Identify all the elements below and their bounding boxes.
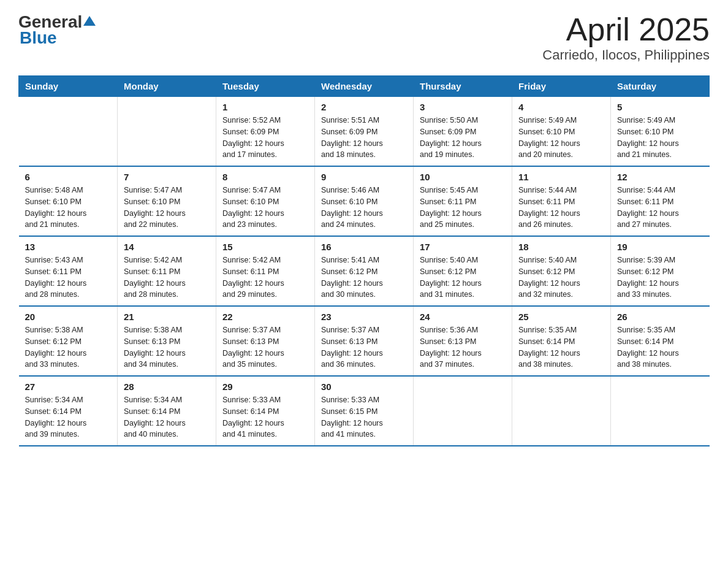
- calendar-week-row: 27Sunrise: 5:34 AM Sunset: 6:14 PM Dayli…: [19, 376, 710, 446]
- day-info: Sunrise: 5:37 AM Sunset: 6:13 PM Dayligh…: [222, 324, 308, 370]
- calendar-table: Sunday Monday Tuesday Wednesday Thursday…: [18, 75, 710, 446]
- day-info: Sunrise: 5:43 AM Sunset: 6:11 PM Dayligh…: [25, 255, 112, 301]
- day-number: 21: [124, 312, 210, 322]
- day-number: 8: [222, 172, 308, 182]
- day-info: Sunrise: 5:35 AM Sunset: 6:14 PM Dayligh…: [518, 324, 604, 370]
- calendar-cell: 13Sunrise: 5:43 AM Sunset: 6:11 PM Dayli…: [19, 236, 118, 306]
- day-info: Sunrise: 5:37 AM Sunset: 6:13 PM Dayligh…: [321, 324, 407, 370]
- day-info: Sunrise: 5:40 AM Sunset: 6:12 PM Dayligh…: [420, 255, 506, 301]
- day-number: 1: [222, 102, 308, 112]
- day-number: 10: [420, 172, 506, 182]
- day-number: 2: [321, 102, 407, 112]
- calendar-cell: 25Sunrise: 5:35 AM Sunset: 6:14 PM Dayli…: [512, 306, 611, 376]
- day-number: 25: [518, 312, 604, 322]
- calendar-cell: 24Sunrise: 5:36 AM Sunset: 6:13 PM Dayli…: [414, 306, 512, 376]
- calendar-week-row: 1Sunrise: 5:52 AM Sunset: 6:09 PM Daylig…: [19, 97, 710, 167]
- title-block: April 2025 Carriedo, Ilocos, Philippines: [542, 12, 710, 63]
- day-number: 6: [25, 172, 112, 182]
- day-info: Sunrise: 5:48 AM Sunset: 6:10 PM Dayligh…: [25, 185, 112, 231]
- day-number: 23: [321, 312, 407, 322]
- day-info: Sunrise: 5:34 AM Sunset: 6:14 PM Dayligh…: [25, 394, 112, 440]
- day-number: 4: [518, 102, 604, 112]
- calendar-cell: 4Sunrise: 5:49 AM Sunset: 6:10 PM Daylig…: [512, 97, 611, 167]
- day-info: Sunrise: 5:36 AM Sunset: 6:13 PM Dayligh…: [420, 324, 506, 370]
- calendar-cell: 26Sunrise: 5:35 AM Sunset: 6:14 PM Dayli…: [611, 306, 710, 376]
- day-number: 15: [222, 242, 308, 252]
- col-friday: Friday: [512, 76, 611, 97]
- day-number: 7: [124, 172, 210, 182]
- day-info: Sunrise: 5:39 AM Sunset: 6:12 PM Dayligh…: [617, 255, 703, 301]
- day-info: Sunrise: 5:47 AM Sunset: 6:10 PM Dayligh…: [222, 185, 308, 231]
- day-info: Sunrise: 5:38 AM Sunset: 6:12 PM Dayligh…: [25, 324, 112, 370]
- day-info: Sunrise: 5:52 AM Sunset: 6:09 PM Dayligh…: [222, 115, 308, 161]
- calendar-cell: 28Sunrise: 5:34 AM Sunset: 6:14 PM Dayli…: [118, 376, 216, 446]
- calendar-week-row: 6Sunrise: 5:48 AM Sunset: 6:10 PM Daylig…: [19, 166, 710, 236]
- col-monday: Monday: [118, 76, 216, 97]
- calendar-cell: 8Sunrise: 5:47 AM Sunset: 6:10 PM Daylig…: [216, 166, 315, 236]
- day-number: 17: [420, 242, 506, 252]
- day-number: 11: [518, 172, 604, 182]
- calendar-cell: 7Sunrise: 5:47 AM Sunset: 6:10 PM Daylig…: [118, 166, 216, 236]
- day-number: 16: [321, 242, 407, 252]
- day-info: Sunrise: 5:35 AM Sunset: 6:14 PM Dayligh…: [617, 324, 703, 370]
- day-number: 14: [124, 242, 210, 252]
- day-number: 20: [25, 312, 112, 322]
- calendar-cell: [512, 376, 611, 446]
- col-sunday: Sunday: [19, 76, 118, 97]
- day-info: Sunrise: 5:42 AM Sunset: 6:11 PM Dayligh…: [124, 255, 210, 301]
- calendar-cell: 5Sunrise: 5:49 AM Sunset: 6:10 PM Daylig…: [611, 97, 710, 167]
- calendar-cell: 9Sunrise: 5:46 AM Sunset: 6:10 PM Daylig…: [315, 166, 414, 236]
- calendar-cell: 15Sunrise: 5:42 AM Sunset: 6:11 PM Dayli…: [216, 236, 315, 306]
- day-number: 5: [617, 102, 703, 112]
- calendar-cell: 23Sunrise: 5:37 AM Sunset: 6:13 PM Dayli…: [315, 306, 414, 376]
- calendar-header: Sunday Monday Tuesday Wednesday Thursday…: [19, 76, 710, 97]
- calendar-cell: 17Sunrise: 5:40 AM Sunset: 6:12 PM Dayli…: [414, 236, 512, 306]
- calendar-cell: [19, 97, 118, 167]
- day-info: Sunrise: 5:51 AM Sunset: 6:09 PM Dayligh…: [321, 115, 407, 161]
- calendar-cell: [414, 376, 512, 446]
- col-saturday: Saturday: [611, 76, 710, 97]
- calendar-week-row: 20Sunrise: 5:38 AM Sunset: 6:12 PM Dayli…: [19, 306, 710, 376]
- calendar-cell: 6Sunrise: 5:48 AM Sunset: 6:10 PM Daylig…: [19, 166, 118, 236]
- day-info: Sunrise: 5:46 AM Sunset: 6:10 PM Dayligh…: [321, 185, 407, 231]
- calendar-subtitle: Carriedo, Ilocos, Philippines: [542, 47, 710, 63]
- calendar-cell: 3Sunrise: 5:50 AM Sunset: 6:09 PM Daylig…: [414, 97, 512, 167]
- day-info: Sunrise: 5:44 AM Sunset: 6:11 PM Dayligh…: [518, 185, 604, 231]
- day-number: 3: [420, 102, 506, 112]
- calendar-cell: 14Sunrise: 5:42 AM Sunset: 6:11 PM Dayli…: [118, 236, 216, 306]
- day-info: Sunrise: 5:33 AM Sunset: 6:14 PM Dayligh…: [222, 394, 308, 440]
- logo-text-blue: Blue: [20, 28, 57, 48]
- calendar-cell: 29Sunrise: 5:33 AM Sunset: 6:14 PM Dayli…: [216, 376, 315, 446]
- calendar-cell: [611, 376, 710, 446]
- day-info: Sunrise: 5:41 AM Sunset: 6:12 PM Dayligh…: [321, 255, 407, 301]
- day-number: 28: [124, 381, 210, 392]
- calendar-cell: 27Sunrise: 5:34 AM Sunset: 6:14 PM Dayli…: [19, 376, 118, 446]
- day-number: 18: [518, 242, 604, 252]
- day-info: Sunrise: 5:33 AM Sunset: 6:15 PM Dayligh…: [321, 394, 407, 440]
- calendar-cell: 20Sunrise: 5:38 AM Sunset: 6:12 PM Dayli…: [19, 306, 118, 376]
- col-thursday: Thursday: [414, 76, 512, 97]
- day-info: Sunrise: 5:50 AM Sunset: 6:09 PM Dayligh…: [420, 115, 506, 161]
- day-number: 12: [617, 172, 703, 182]
- page-header: General Blue April 2025 Carriedo, Ilocos…: [18, 12, 710, 63]
- logo: General Blue: [18, 12, 96, 48]
- day-info: Sunrise: 5:49 AM Sunset: 6:10 PM Dayligh…: [617, 115, 703, 161]
- weekday-header-row: Sunday Monday Tuesday Wednesday Thursday…: [19, 76, 710, 97]
- calendar-title: April 2025: [542, 12, 710, 47]
- calendar-cell: 19Sunrise: 5:39 AM Sunset: 6:12 PM Dayli…: [611, 236, 710, 306]
- calendar-cell: 16Sunrise: 5:41 AM Sunset: 6:12 PM Dayli…: [315, 236, 414, 306]
- col-tuesday: Tuesday: [216, 76, 315, 97]
- day-number: 19: [617, 242, 703, 252]
- calendar-cell: 30Sunrise: 5:33 AM Sunset: 6:15 PM Dayli…: [315, 376, 414, 446]
- calendar-week-row: 13Sunrise: 5:43 AM Sunset: 6:11 PM Dayli…: [19, 236, 710, 306]
- calendar-cell: 1Sunrise: 5:52 AM Sunset: 6:09 PM Daylig…: [216, 97, 315, 167]
- calendar-cell: 2Sunrise: 5:51 AM Sunset: 6:09 PM Daylig…: [315, 97, 414, 167]
- day-info: Sunrise: 5:42 AM Sunset: 6:11 PM Dayligh…: [222, 255, 308, 301]
- calendar-body: 1Sunrise: 5:52 AM Sunset: 6:09 PM Daylig…: [19, 97, 710, 446]
- calendar-cell: [118, 97, 216, 167]
- day-info: Sunrise: 5:34 AM Sunset: 6:14 PM Dayligh…: [124, 394, 210, 440]
- day-info: Sunrise: 5:49 AM Sunset: 6:10 PM Dayligh…: [518, 115, 604, 161]
- day-info: Sunrise: 5:40 AM Sunset: 6:12 PM Dayligh…: [518, 255, 604, 301]
- calendar-cell: 18Sunrise: 5:40 AM Sunset: 6:12 PM Dayli…: [512, 236, 611, 306]
- day-info: Sunrise: 5:45 AM Sunset: 6:11 PM Dayligh…: [420, 185, 506, 231]
